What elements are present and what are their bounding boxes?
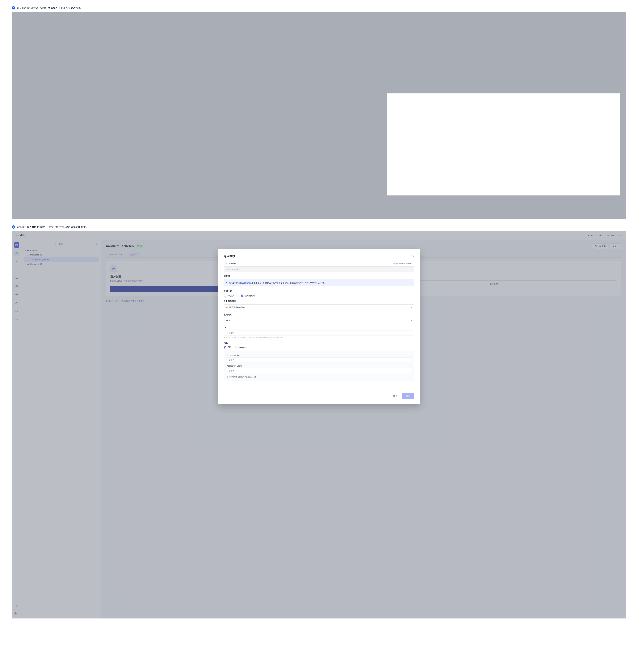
step-1: 1 在 Collection 详情页，切换到 数据导入 页签并点击 导入数据。 <box>12 6 626 10</box>
access-key-id-label: AccessKey ID <box>227 354 411 356</box>
cancel-button[interactable]: 取消 <box>389 393 400 399</box>
url-hint: 例如 https://zilliz_bucket.oss-cn-hangzhou… <box>224 336 414 339</box>
radio-cred-session[interactable]: Session <box>235 346 246 349</box>
data-location-label: 数据位置 <box>224 290 414 292</box>
external-link-icon <box>254 376 256 378</box>
link-icon <box>225 332 228 334</box>
oss-provider-select[interactable]: 阿里云对象存储 OSS <box>224 304 414 310</box>
radio-icon <box>241 295 243 297</box>
target-collection-label: 目标 Collection <box>224 262 236 265</box>
credential-help-link[interactable]: 如何获取对象存储服务访问凭证？ <box>227 376 411 378</box>
format-select[interactable]: JSON <box>224 318 414 323</box>
modal-close[interactable]: ✕ <box>412 255 414 258</box>
chevron-down-icon <box>410 268 412 270</box>
doc-guide-link[interactable]: 文档指南 <box>242 282 250 284</box>
external-link-icon <box>413 263 414 265</box>
chevron-down-icon <box>410 320 412 321</box>
step-1-text: 在 Collection 详情页，切换到 数据导入 页签并点击 导入数据。 <box>17 6 83 10</box>
radio-icon <box>235 346 237 349</box>
oss-label: 对象存储服务 <box>224 300 414 303</box>
screenshot-2: zilliz Zilliz 账单 API 密钥 <box>12 231 626 619</box>
credential-box: AccessKey ID AccessKey Secret 如何获取对象存储服务… <box>224 351 414 381</box>
radio-icon <box>224 346 226 349</box>
access-key-secret-input[interactable] <box>227 368 411 373</box>
import-button[interactable]: 导入 <box>402 393 414 399</box>
screenshot-1-inner-white <box>387 94 620 196</box>
import-modal: 导入数据 ✕ 目标 Collection 查看 Collection Schem… <box>218 249 420 404</box>
chevron-down-icon <box>410 306 412 308</box>
view-schema-link[interactable]: 查看 Collection Schema <box>393 263 414 265</box>
modal-title: 导入数据 <box>224 254 235 258</box>
step-badge-1: 1 <box>12 6 15 10</box>
url-label: URL <box>224 326 414 329</box>
source-data-title: 源数据 <box>224 275 414 278</box>
step-2: 2 在弹出的 导入数据 对话框中，将待上传数据拖放到 选择文件 框中。 <box>12 225 626 229</box>
radio-object-storage[interactable]: 对象存储服务 <box>241 295 256 297</box>
url-input-wrap[interactable] <box>224 330 414 335</box>
info-callout: 我们建议您根据文档指南提前准备数据，以确保上传文件中的字段名称、数据类型与 Co… <box>224 279 414 286</box>
info-dot-icon <box>226 282 227 283</box>
screenshot-1 <box>12 12 626 219</box>
url-input[interactable] <box>229 332 413 334</box>
radio-local-file[interactable]: 本地文件 <box>224 295 235 297</box>
format-label: 数据格式 <box>224 313 414 316</box>
step-badge-2: 2 <box>12 225 15 229</box>
access-key-secret-label: AccessKey Secret <box>227 365 411 367</box>
credential-label: 凭证 <box>224 341 414 344</box>
radio-cred-long[interactable]: 长期 <box>224 346 231 349</box>
access-key-id-input[interactable] <box>227 357 411 363</box>
target-collection-select[interactable]: medium_articles <box>224 266 414 272</box>
aliyun-oss-icon <box>226 306 228 308</box>
radio-icon <box>224 295 226 297</box>
step-2-text: 在弹出的 导入数据 对话框中，将待上传数据拖放到 选择文件 框中。 <box>17 225 88 229</box>
